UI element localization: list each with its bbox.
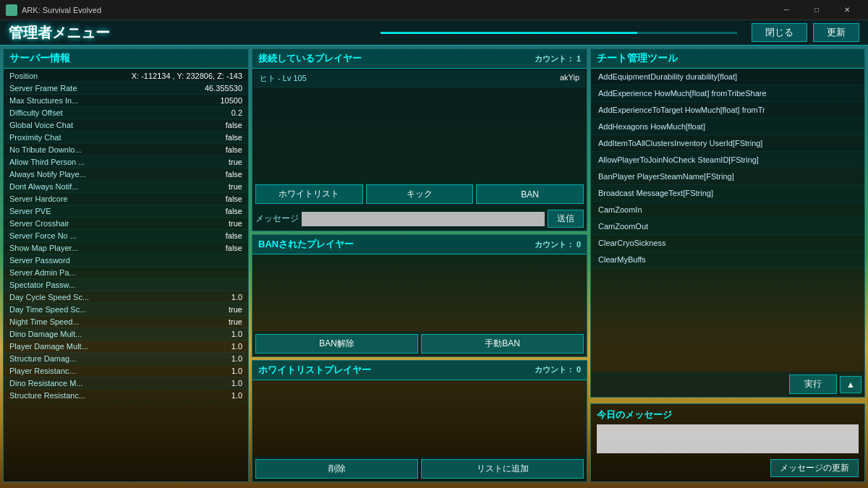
server-info-label: Max Structures In... (9, 96, 214, 105)
server-info-row: Server Password (4, 254, 248, 267)
server-info-value: 1.0 (231, 391, 242, 400)
server-info-value: false (226, 207, 242, 215)
server-info-value: 1.0 (231, 367, 242, 375)
server-info-label: Server Admin Pa... (9, 268, 237, 277)
server-info-label: Server PVE (9, 207, 220, 215)
cheat-item[interactable]: AddExperience HowMuch[float] fromTribeSh… (591, 85, 864, 102)
server-info-row: Server PVE false (4, 205, 248, 218)
server-info-value: 1.0 (231, 330, 242, 338)
server-info-value: false (226, 133, 242, 142)
update-message-button[interactable]: メッセージの更新 (770, 459, 859, 477)
close-admin-button[interactable]: 閉じる (752, 23, 807, 42)
scroll-up-button[interactable]: ▲ (840, 376, 861, 393)
connected-players-title: 接続しているプレイヤー (258, 52, 362, 65)
player-level: ヒト - Lv 105 (260, 73, 307, 84)
server-info-label: Structure Resistanc... (9, 391, 226, 400)
server-info-label: Server Force No ... (9, 231, 220, 240)
server-info-value: 46.355530 (205, 84, 242, 93)
server-info-label: Player Damage Mult... (9, 342, 226, 351)
server-info-row: Night Time Speed... true (4, 316, 248, 328)
server-info-value: false (226, 231, 242, 240)
server-info-row: Server Hardcore false (4, 193, 248, 205)
banned-players-title: BANされたプレイヤー (258, 238, 354, 251)
cheat-item[interactable]: CamZoomIn (591, 202, 864, 218)
unban-button[interactable]: BAN解除 (255, 334, 418, 354)
whitelist-players-count: カウント： 0 (535, 364, 581, 375)
server-info-value: 1.0 (231, 293, 242, 301)
ban-button[interactable]: BAN (476, 184, 584, 204)
cheat-footer: 実行 ▲ (591, 372, 864, 397)
minimize-button[interactable]: ─ (771, 0, 801, 20)
execute-button[interactable]: 実行 (789, 374, 837, 394)
server-info-value: 10500 (220, 96, 242, 105)
cheat-item[interactable]: AddEquipmentDurability durability[float] (591, 69, 864, 85)
progress-bar-container (380, 32, 738, 34)
server-info-row: Show Map Player... false (4, 242, 248, 254)
titlebar: ARK: Survival Evolved ─ □ ✕ (0, 0, 868, 20)
server-info-label: Always Notify Playe... (9, 170, 220, 179)
server-info-value: false (226, 194, 242, 203)
whitelist-button[interactable]: ホワイトリスト (255, 184, 363, 204)
server-info-value: false (226, 244, 242, 252)
server-info-row: Dont Always Notif... true (4, 181, 248, 193)
send-message-button[interactable]: 送信 (548, 210, 584, 228)
server-info-label: Night Time Speed... (9, 317, 223, 326)
whitelist-list (252, 380, 587, 456)
server-info-label: Day Cycle Speed Sc... (9, 293, 226, 301)
banned-players-panel: BANされたプレイヤー カウント： 0 BAN解除 手動BAN (252, 234, 587, 356)
add-to-list-button[interactable]: リストに追加 (421, 459, 584, 479)
cheat-item[interactable]: AddItemToAllClustersInventory UserId[FSt… (591, 135, 864, 152)
banned-list (252, 254, 587, 330)
banned-players-count: カウント： 0 (535, 239, 581, 250)
server-info-value: X: -112134 , Y: 232806, Z: -143 (132, 72, 242, 80)
whitelist-players-panel: ホワイトリストプレイヤー カウント： 0 削除 リストに追加 (252, 360, 587, 482)
cheat-item[interactable]: AllowPlayerToJoinNoCheck SteamID[FString… (591, 152, 864, 168)
server-info-row: Structure Resistanc... 1.0 (4, 390, 248, 402)
server-info-label: Spectator Passw... (9, 281, 237, 289)
server-info-row: Dino Resistance M... 1.0 (4, 377, 248, 390)
server-info-row: Always Notify Playe... false (4, 168, 248, 181)
kick-button[interactable]: キック (366, 184, 474, 204)
server-info-value: 1.0 (231, 354, 242, 363)
cheat-item[interactable]: AddHexagons HowMuch[float] (591, 119, 864, 135)
manual-ban-button[interactable]: 手動BAN (421, 334, 584, 354)
server-info-row: Position X: -112134 , Y: 232806, Z: -143 (4, 70, 248, 82)
player-row[interactable]: ヒト - Lv 105 akYip (254, 70, 585, 87)
server-info-value: 0.2 (231, 108, 242, 117)
server-info-value: true (229, 182, 242, 191)
server-info-value: true (229, 305, 242, 314)
server-info-label: Server Crosshair (9, 219, 223, 228)
server-info-row: No Tribute Downlo... false (4, 144, 248, 156)
cheat-item[interactable]: ClearCryoSickness (591, 235, 864, 252)
delete-whitelist-button[interactable]: 削除 (255, 459, 418, 479)
maximize-button[interactable]: □ (801, 0, 832, 20)
server-info-value: true (229, 219, 242, 228)
message-label: メッセージ (255, 213, 299, 225)
progress-bar (380, 32, 637, 34)
server-info-label: Dont Always Notif... (9, 182, 223, 191)
server-info-row: Day Time Speed Sc... true (4, 304, 248, 316)
admin-menu-title: 管理者メニュー (9, 23, 366, 43)
server-info-row: Server Admin Pa... (4, 267, 248, 279)
whitelist-actions: 削除 リストに追加 (252, 456, 587, 481)
close-window-button[interactable]: ✕ (832, 0, 862, 20)
cheat-item[interactable]: BanPlayer PlayerSteamName[FString] (591, 168, 864, 185)
whitelist-players-title: ホワイトリストプレイヤー (258, 364, 371, 377)
cheat-item[interactable]: Broadcast MessageText[FString] (591, 185, 864, 202)
server-info-label: Server Password (9, 256, 237, 265)
cheat-item[interactable]: ClearMyBuffs (591, 252, 864, 268)
server-info-row: Server Force No ... false (4, 230, 248, 242)
whitelist-players-header: ホワイトリストプレイヤー カウント： 0 (252, 361, 587, 380)
server-info-row: Proximity Chat false (4, 132, 248, 144)
server-info-label: Day Time Speed Sc... (9, 305, 223, 314)
update-button[interactable]: 更新 (813, 23, 859, 42)
banned-players-header: BANされたプレイヤー カウント： 0 (252, 235, 587, 254)
server-info-value: false (226, 170, 242, 179)
content-area: サーバー情報 Position X: -112134 , Y: 232806, … (0, 46, 868, 485)
cheat-item[interactable]: CamZoomOut (591, 218, 864, 235)
cheat-tools-title: チート管理ツール (591, 49, 864, 69)
today-message-input[interactable] (597, 424, 859, 453)
cheat-item[interactable]: AddExperienceToTarget HowMuch[float] fro… (591, 102, 864, 119)
server-info-label: Show Map Player... (9, 244, 220, 252)
message-input[interactable] (302, 212, 545, 226)
